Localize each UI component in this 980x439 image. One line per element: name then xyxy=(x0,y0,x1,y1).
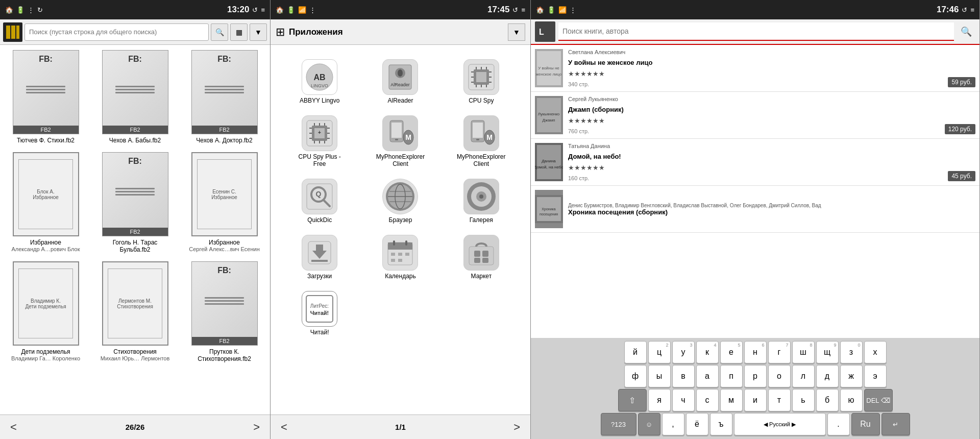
book-title: Избранное xyxy=(209,239,240,246)
apps-title: Приложения xyxy=(289,27,508,37)
key-smiley[interactable]: ☺ xyxy=(638,413,660,435)
books-content: FB2 FB: Тютчев Ф. Стихи.fb2 FB2 FB: Чехо… xyxy=(0,45,270,414)
book-cover: FB2 FB: xyxy=(13,50,79,134)
key-й[interactable]: й xyxy=(624,341,647,363)
next-button[interactable]: > xyxy=(253,421,260,434)
list-item[interactable]: У войны неженское лицо Светлана Алексиев… xyxy=(531,45,979,92)
book-title: Хроника посещения (сборник) xyxy=(568,208,975,216)
next-button[interactable]: > xyxy=(513,421,520,434)
key-у[interactable]: 3у xyxy=(672,341,695,363)
key-х[interactable]: х xyxy=(864,341,887,363)
app-icon xyxy=(302,235,337,271)
wifi-icon: 📶 xyxy=(298,6,306,14)
key-т[interactable]: т xyxy=(768,389,791,411)
list-item[interactable]: Загрузки xyxy=(282,232,357,283)
list-item[interactable]: FB2 FB: Тютчев Ф. Стихи.fb2 xyxy=(5,50,86,144)
key-л[interactable]: л xyxy=(792,365,815,387)
key-ы[interactable]: ы xyxy=(648,365,671,387)
view-toggle-button[interactable]: ▦ xyxy=(230,23,248,41)
page-info: 1/1 xyxy=(395,423,406,431)
list-item[interactable]: Владимир К.Дети подземелья Дети подземел… xyxy=(5,261,86,362)
key-д[interactable]: д xyxy=(816,365,839,387)
grid-icon: ⊞ xyxy=(276,26,285,39)
list-item[interactable]: ДанинаДомой, на небо Татьяна Данина Домо… xyxy=(531,139,979,186)
key-lang-switch[interactable]: ◀ Русский ▶ xyxy=(734,413,826,435)
prev-button[interactable]: < xyxy=(10,421,17,434)
key-ё[interactable]: ё xyxy=(686,413,708,435)
book-search-button[interactable]: 🔍 xyxy=(957,22,975,41)
key-в[interactable]: в xyxy=(672,365,695,387)
svg-text:M: M xyxy=(406,133,412,141)
key-delete[interactable]: DEL ⌫ xyxy=(864,389,893,411)
key-м[interactable]: м xyxy=(720,389,743,411)
svg-text:Домой, на небо: Домой, на небо xyxy=(535,165,563,169)
key-э[interactable]: э xyxy=(864,365,887,387)
list-item[interactable]: AlReader AlReader xyxy=(362,56,438,107)
book-title: Тютчев Ф. Стихи.fb2 xyxy=(17,137,75,144)
list-item[interactable]: Q QuickDic xyxy=(282,176,357,227)
key-ю[interactable]: ю xyxy=(840,389,863,411)
key-о[interactable]: о xyxy=(768,365,791,387)
apps-dropdown-button[interactable]: ▼ xyxy=(508,23,525,41)
list-item[interactable]: M MyPhoneExplorer Client xyxy=(362,112,438,170)
list-item[interactable]: Галерея xyxy=(444,176,519,227)
app-label: CPU Spy Plus - Free xyxy=(294,153,345,167)
key-ж[interactable]: ж xyxy=(840,365,863,387)
key-г[interactable]: 7г xyxy=(768,341,791,363)
list-item[interactable]: ABLINGVO ABBYY Lingvo xyxy=(282,56,357,107)
view-dropdown-button[interactable]: ▼ xyxy=(250,23,267,41)
battery-icon: 🔋 xyxy=(547,6,555,14)
left-toolbar: 🔍 ▦ ▼ xyxy=(0,19,270,45)
search-button[interactable]: 🔍 xyxy=(211,23,228,41)
key-period[interactable]: . xyxy=(827,413,850,435)
list-item[interactable]: Маркет xyxy=(444,232,519,283)
page-info: 26/26 xyxy=(126,423,145,431)
list-item[interactable]: FB2 FB: Гоголь Н. Тарас Бульба.fb2 xyxy=(94,152,176,253)
key-н[interactable]: 6н xyxy=(744,341,767,363)
key-б[interactable]: б xyxy=(816,389,839,411)
keyboard: й 2ц 3у 4к 5е 6н 7г 8ш 9щ 0з х ф ы в а п… xyxy=(531,338,979,439)
list-item[interactable]: Есенин С.Избранное Избранное Сергей Алек… xyxy=(184,152,265,253)
key-з[interactable]: 0з xyxy=(840,341,863,363)
key-comma[interactable]: , xyxy=(662,413,684,435)
svg-text:посещения: посещения xyxy=(540,212,558,216)
key-ш[interactable]: 8ш xyxy=(792,341,815,363)
list-item[interactable]: FB2 FB: Чехов А. Бабы.fb2 xyxy=(94,50,176,144)
key-я[interactable]: я xyxy=(648,389,671,411)
key-num-switch[interactable]: ?123 xyxy=(601,413,636,435)
book-search-input[interactable] xyxy=(558,22,954,41)
search-input[interactable] xyxy=(24,23,209,41)
list-item[interactable]: Браузер xyxy=(362,176,438,227)
key-а[interactable]: а xyxy=(696,365,719,387)
list-item[interactable]: FB2 FB: Чехов А. Доктор.fb2 xyxy=(184,50,265,144)
list-item[interactable]: + CPU Spy Plus - Free xyxy=(282,112,357,170)
key-ц[interactable]: 2ц xyxy=(648,341,671,363)
key-щ[interactable]: 9щ xyxy=(816,341,839,363)
key-п[interactable]: п xyxy=(720,365,743,387)
app-icon: AlReader xyxy=(382,59,418,95)
key-shift[interactable]: ⇧ xyxy=(618,389,647,411)
key-ч[interactable]: ч xyxy=(672,389,695,411)
key-ф[interactable]: ф xyxy=(624,365,647,387)
list-item[interactable]: Хроникапосещения Денис Бурмистров, Влади… xyxy=(531,186,979,233)
list-item[interactable]: FB2 FB: Прутков К. Стихотворения.fb2 xyxy=(184,261,265,362)
svg-rect-82 xyxy=(482,258,488,263)
key-е[interactable]: 5е xyxy=(720,341,743,363)
key-ru[interactable]: Ru xyxy=(851,413,880,435)
list-item[interactable]: ЛукьяненкоДжамп Сергей Лукьяненко Джамп … xyxy=(531,92,979,139)
list-item[interactable]: Календарь xyxy=(362,232,438,283)
book-grid: FB2 FB: Тютчев Ф. Стихи.fb2 FB2 FB: Чехо… xyxy=(5,50,265,362)
list-item[interactable]: ЛитРес:Читай! Читай! xyxy=(282,288,357,339)
key-enter[interactable]: ↵ xyxy=(881,413,910,435)
key-ъ[interactable]: ъ xyxy=(710,413,732,435)
list-item[interactable]: CPU Spy xyxy=(444,56,519,107)
list-item[interactable]: Лермонтов М.Стихотворения Стихотворения … xyxy=(94,261,176,362)
prev-button[interactable]: < xyxy=(281,421,287,434)
list-item[interactable]: Блок А.Избранное Избранное Александр А…р… xyxy=(5,152,86,253)
key-к[interactable]: 4к xyxy=(696,341,719,363)
list-item[interactable]: M MyPhoneExplorer Client xyxy=(444,112,519,170)
key-с[interactable]: с xyxy=(696,389,719,411)
key-р[interactable]: р xyxy=(744,365,767,387)
key-и[interactable]: и xyxy=(744,389,767,411)
key-ь[interactable]: ь xyxy=(792,389,815,411)
